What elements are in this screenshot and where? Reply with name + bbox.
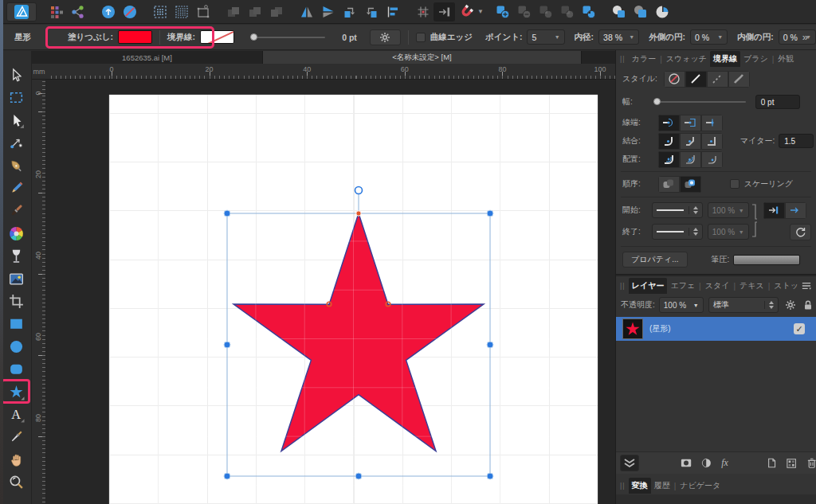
opacity-dropdown[interactable]: 100 %▼ [659,297,704,313]
curve-edge-checkbox[interactable] [416,33,426,42]
snap-move-button[interactable] [434,2,455,21]
join-miter-button[interactable] [701,133,723,150]
bool-subtract-button[interactable] [514,2,536,21]
width-field[interactable]: 0 pt [755,95,800,109]
align-outside-button[interactable] [701,151,723,168]
bool-add-button[interactable] [492,2,514,21]
panel-grip[interactable]: || [620,282,626,290]
cap-butt-button[interactable] [701,115,723,131]
flip-vertical-button[interactable] [317,2,339,21]
pixel-grid-button[interactable] [45,2,67,21]
arrange-backward-button[interactable] [265,2,287,21]
stroke-style-brush-button[interactable] [728,71,750,88]
place-image-tool[interactable] [6,269,27,289]
affinity-designer-logo-button[interactable] [6,2,37,21]
bool-divide-button[interactable] [557,2,579,21]
tab-text-styles[interactable]: テキス [736,278,767,294]
tab-styles[interactable]: スタイ [702,278,733,294]
blend-mode-dropdown[interactable]: 標準 [708,297,779,313]
pencil-tool[interactable] [6,178,27,198]
comp-overlap-button[interactable] [630,2,652,21]
expand-layers-button[interactable] [620,455,639,471]
panel-grip[interactable]: || [620,55,626,63]
tab-stock[interactable]: ストッ [771,278,802,294]
width-slider[interactable] [653,101,746,103]
align-center-button[interactable] [658,151,680,168]
ellipse-tool[interactable] [6,337,27,357]
stepper-icon[interactable] [688,228,698,236]
reset-pressure-button[interactable] [790,224,811,240]
flower-up-button[interactable] [97,2,119,21]
stroke-style-none-button[interactable] [664,71,685,88]
tab-effects[interactable]: エフェ [667,278,698,294]
rectangle-tool[interactable] [6,314,27,334]
tab-swatches[interactable]: スウォッチ [663,51,710,67]
marquee-grid-button[interactable] [149,2,171,21]
arrow-button[interactable] [785,202,806,219]
share-nodes-button[interactable] [67,2,88,21]
end-pressure-dropdown[interactable]: 100 %▼ [708,224,749,240]
artboard-tool[interactable] [6,88,27,107]
document-tab-active[interactable]: <名称未設定> [M] [263,51,582,64]
snap-grid-button[interactable] [412,2,434,21]
cap-square-button[interactable] [680,115,701,131]
stroke-width-slider[interactable] [250,37,325,38]
arrange-forward-button[interactable] [244,2,265,21]
tab-appearance[interactable]: 外観 [775,51,797,67]
align-button[interactable] [382,2,403,21]
arrow-to-bar-button[interactable] [763,202,785,219]
inner-radius-dropdown[interactable]: 38 %▼ [598,29,639,45]
adjustment-layer-icon[interactable] [701,457,712,469]
tab-stroke[interactable]: 境界線 [710,51,740,67]
stepper-icon[interactable] [688,206,698,214]
rotation-handle[interactable] [355,187,363,194]
outer-circle-dropdown[interactable]: 0 %▼ [690,29,728,45]
properties-button[interactable]: プロパティ... [622,252,688,268]
magnet-caret-icon[interactable]: ▼ [477,8,484,15]
stepper-icon[interactable] [764,301,774,309]
crop-tool[interactable] [6,291,27,311]
pen-tool[interactable] [6,156,27,176]
selection-handle[interactable] [487,342,493,348]
layer-visibility-checkbox[interactable]: ✓ [794,323,805,334]
delete-layer-trash-icon[interactable] [807,457,816,469]
order-front-button[interactable] [680,176,701,193]
tab-color[interactable]: カラー [629,51,659,67]
rotate-cw-button[interactable] [360,2,382,21]
layer-effects-fx-icon[interactable]: fx [721,457,728,469]
color-picker-tool[interactable] [6,427,27,447]
mask-layer-icon[interactable] [681,457,692,469]
bool-intersect-button[interactable] [536,2,557,21]
miter-field[interactable]: 1.5 [779,134,814,148]
move-tool[interactable] [6,65,27,85]
start-style-dropdown[interactable] [652,202,703,218]
fill-tool[interactable] [6,224,27,244]
text-tool[interactable]: A [6,404,27,424]
hand-tool[interactable] [6,450,27,470]
layer-row[interactable]: (星形) ✓ [616,317,816,341]
tab-layers[interactable]: レイヤー [629,278,668,294]
selection-handle[interactable] [224,342,230,348]
stroke-settings-button[interactable] [370,29,401,45]
vector-brush-tool[interactable] [6,201,27,221]
start-pressure-dropdown[interactable]: 100 %▼ [708,202,749,218]
star-tool[interactable] [6,382,27,402]
panel-menu-icon[interactable] [802,281,811,291]
magnet-button[interactable] [455,2,477,21]
selection-handle[interactable] [487,210,493,217]
flower-slash-button[interactable] [119,2,140,21]
document-tab[interactable]: 1652635.ai [M] [32,51,263,64]
zoom-tool[interactable] [6,472,27,492]
fill-color-swatch[interactable] [118,30,152,44]
inner-circle-dropdown[interactable]: 0 %▼ [779,29,816,45]
flip-horizontal-button[interactable] [296,2,317,21]
comp-merge-button[interactable] [609,2,630,21]
toolbar-overflow-chevron[interactable]: » [802,31,808,43]
transform-box-button[interactable] [192,2,214,21]
comp-split-button[interactable] [652,2,673,21]
selection-handle[interactable] [224,473,230,479]
marquee-grid-dense-button[interactable] [171,2,192,21]
node-tool[interactable] [6,111,27,131]
width-slider-knob[interactable] [653,98,661,105]
layer-thumbnail[interactable] [622,318,643,339]
